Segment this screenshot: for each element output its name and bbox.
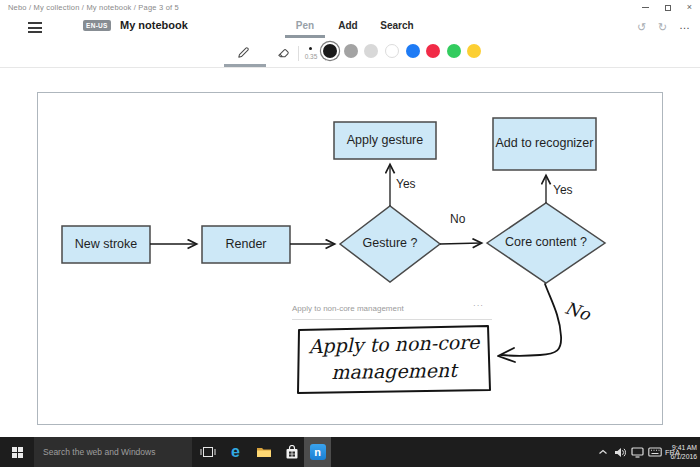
color-swatch-black[interactable] — [323, 44, 337, 58]
tray-clock[interactable]: 9:41 AM 6/1/2016 — [671, 437, 697, 467]
tray-display-icon[interactable] — [631, 437, 644, 467]
start-button[interactable] — [0, 437, 34, 467]
color-swatch-white[interactable] — [385, 44, 399, 58]
tray-date: 6/1/2016 — [671, 452, 697, 461]
recognition-underline — [292, 319, 492, 320]
color-swatch-gray[interactable] — [344, 44, 358, 58]
recognition-preview-text[interactable]: Apply to non-core management — [292, 304, 404, 313]
node-add-to-recognizer-label[interactable]: Add to recognizer — [493, 118, 596, 170]
edge-browser-icon[interactable]: e — [222, 437, 249, 467]
node-apply-gesture-label[interactable]: Apply gesture — [334, 122, 436, 159]
redo-icon[interactable]: ↻ — [658, 22, 667, 33]
edge-label-yes-core: Yes — [553, 183, 573, 197]
color-swatch-red[interactable] — [426, 44, 440, 58]
tray-volume-icon[interactable] — [614, 437, 626, 467]
language-badge[interactable]: EN-US — [83, 20, 111, 31]
minimize-icon[interactable] — [642, 7, 649, 8]
edge-label-no-gesture: No — [450, 212, 465, 226]
tray-chevron-up-icon[interactable] — [598, 437, 608, 467]
tray-time: 9:41 AM — [671, 443, 697, 452]
node-render-label[interactable]: Render — [202, 226, 290, 263]
tray-keyboard-icon[interactable] — [648, 437, 662, 467]
eraser-tool-icon[interactable] — [276, 45, 291, 60]
active-tool-underline — [224, 64, 266, 67]
node-gesture-label[interactable]: Gesture ? — [340, 229, 440, 259]
taskbar-search-input[interactable]: Search the web and Windows — [34, 437, 192, 467]
color-swatch-green[interactable] — [447, 44, 461, 58]
pen-toolbar: 0.35 — [0, 40, 700, 68]
edge-label-yes-gesture: Yes — [396, 177, 416, 191]
node-new-stroke-label[interactable]: New stroke — [62, 226, 150, 263]
maximize-icon[interactable] — [665, 5, 671, 11]
tab-search[interactable]: Search — [374, 20, 420, 31]
windows-taskbar: Search the web and Windows e — [0, 437, 700, 467]
windows-logo-icon — [12, 447, 23, 458]
tab-add[interactable]: Add — [329, 20, 367, 31]
task-view-icon[interactable] — [194, 437, 221, 467]
stroke-width-dot-icon — [309, 47, 312, 50]
more-menu-icon[interactable]: … — [679, 19, 691, 31]
color-swatch-blue[interactable] — [406, 44, 420, 58]
nebo-logo: n — [310, 444, 326, 460]
toolbar-separator — [298, 46, 299, 61]
breadcrumb: Nebo / My collection / My notebook / Pag… — [8, 3, 179, 12]
color-swatch-yellow[interactable] — [467, 44, 481, 58]
color-swatch-light-gray[interactable] — [364, 44, 378, 58]
recognition-more-icon[interactable]: ··· — [473, 301, 484, 310]
search-placeholder: Search the web and Windows — [43, 447, 155, 457]
nebo-app-window: Nebo / My collection / My notebook / Pag… — [0, 0, 700, 467]
nebo-app-icon[interactable]: n — [304, 437, 331, 467]
titlebar: Nebo / My collection / My notebook / Pag… — [0, 0, 700, 14]
file-explorer-icon[interactable] — [250, 437, 277, 467]
notebook-title: My notebook — [120, 19, 188, 31]
stroke-size-value[interactable]: 0.35 — [300, 53, 322, 60]
node-core-content-label[interactable]: Core content ? — [487, 228, 605, 258]
hamburger-menu-icon[interactable] — [28, 22, 42, 36]
close-icon[interactable]: × — [687, 4, 692, 11]
active-tab-underline — [285, 35, 325, 38]
app-header: EN-US My notebook Pen Add Search ↺ ↻ … — [0, 14, 700, 40]
handwriting-line2[interactable]: management — [300, 358, 488, 383]
undo-icon[interactable]: ↺ — [637, 22, 646, 33]
store-icon[interactable] — [278, 437, 305, 467]
tab-pen[interactable]: Pen — [285, 20, 325, 31]
pen-tool-icon[interactable] — [236, 45, 251, 60]
